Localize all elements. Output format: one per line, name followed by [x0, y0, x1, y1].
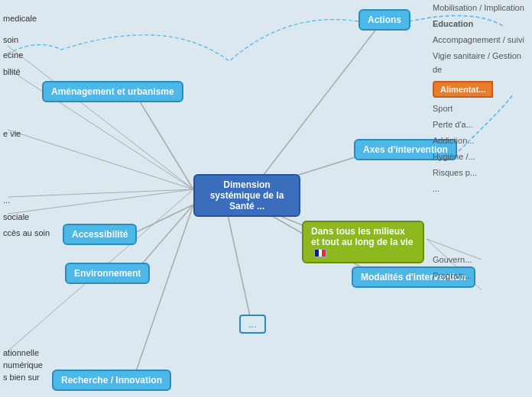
- center-node[interactable]: Dimension systémique de la Santé ...: [193, 174, 300, 217]
- addiction-text: Addiction...: [433, 136, 474, 145]
- dans-tous-node[interactable]: Dans tous les milieux et tout au long de…: [302, 221, 424, 263]
- right-sidebar-alimentat: Alimentat... Sport Perte d'a... Addictio…: [433, 81, 532, 197]
- amenagement-node[interactable]: Aménagement et urbanisme: [42, 81, 183, 102]
- left-text-acces: ccès au soin: [0, 225, 53, 239]
- gouvern-text: Gouvern...: [433, 255, 472, 264]
- recherche-node[interactable]: Recherche / Innovation: [52, 370, 171, 391]
- ellipsis-label: ...: [239, 315, 266, 334]
- amenagement-label: Aménagement et urbanisme: [42, 81, 183, 102]
- svg-line-4: [130, 205, 193, 235]
- svg-line-9: [8, 46, 193, 189]
- vigie-text: Vigie sanitaire / Gestion de: [433, 51, 521, 74]
- education-text: Education: [433, 19, 473, 28]
- left-text-sociale: sociale: [0, 209, 32, 223]
- svg-line-8: [134, 205, 193, 378]
- alimentat-header[interactable]: Alimentat...: [433, 81, 493, 98]
- left-text-ecine: ecine: [0, 47, 26, 61]
- flag-icon: [314, 249, 326, 257]
- svg-line-13: [8, 189, 193, 214]
- left-text-vie: e vie: [0, 126, 24, 140]
- left-text-ellipsis: ...: [0, 192, 13, 206]
- perte-text: Perte d'a...: [433, 120, 473, 129]
- ellipsis-right-text: ...: [433, 184, 440, 193]
- sport-text: Sport: [433, 104, 453, 113]
- left-text-bien: s bien sur: [0, 370, 43, 383]
- svg-line-12: [8, 189, 193, 197]
- left-text-soin: soin: [0, 32, 21, 46]
- svg-line-11: [8, 130, 193, 189]
- environnement-node[interactable]: Environnement: [65, 263, 150, 284]
- svg-line-1: [134, 92, 193, 189]
- mobilisation-text: Mobilisation / Implication: [433, 3, 524, 12]
- actions-node[interactable]: Actions: [358, 9, 410, 31]
- ellipsis-node[interactable]: ...: [239, 315, 266, 334]
- environnement-label: Environnement: [65, 263, 150, 284]
- accessibilite-node[interactable]: Accessibilité: [63, 224, 137, 245]
- right-sidebar-gouvern: Gouvern... Program...: [433, 252, 532, 284]
- accompagnement-text: Accompagnement / suivi: [433, 35, 524, 44]
- hygiene-text: Hygiène /...: [433, 152, 475, 161]
- right-sidebar-actions: Mobilisation / Implication Education Acc…: [433, 0, 532, 78]
- left-text-bilite: bilité: [0, 64, 24, 78]
- risques-text: Risques p...: [433, 168, 477, 177]
- svg-line-7: [225, 205, 252, 327]
- center-label: Dimension systémique de la Santé ...: [193, 174, 300, 217]
- accessibilite-label: Accessibilité: [63, 224, 137, 245]
- svg-line-0: [252, 21, 382, 189]
- dans-tous-label: Dans tous les milieux et tout au long de…: [302, 221, 424, 263]
- recherche-label: Recherche / Innovation: [52, 370, 171, 391]
- program-text: Program...: [433, 271, 472, 280]
- actions-label: Actions: [358, 9, 410, 31]
- left-text-medicale: medicale: [0, 11, 40, 24]
